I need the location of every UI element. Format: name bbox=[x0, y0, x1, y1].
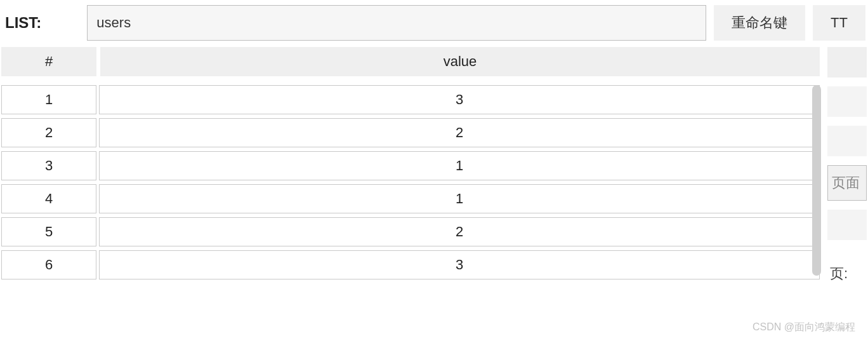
key-name-input[interactable] bbox=[87, 5, 706, 41]
table-header: # value bbox=[1, 47, 820, 76]
watermark-text: CSDN @面向鸿蒙编程 bbox=[753, 321, 855, 334]
table-row[interactable]: 1 3 bbox=[1, 85, 820, 114]
cell-index: 6 bbox=[1, 250, 96, 279]
page-button[interactable]: 页面 bbox=[827, 165, 867, 201]
side-block bbox=[827, 210, 867, 240]
table-row[interactable]: 4 1 bbox=[1, 184, 820, 213]
side-block bbox=[827, 126, 867, 156]
table-row[interactable]: 3 1 bbox=[1, 151, 820, 180]
cell-value[interactable]: 3 bbox=[99, 250, 820, 279]
cell-index: 1 bbox=[1, 85, 96, 114]
cell-value[interactable]: 2 bbox=[99, 217, 820, 246]
cell-index: 2 bbox=[1, 118, 96, 147]
scrollbar-thumb[interactable] bbox=[812, 85, 821, 276]
cell-index: 4 bbox=[1, 184, 96, 213]
side-block bbox=[827, 86, 867, 117]
tt-button[interactable]: TT bbox=[813, 5, 865, 41]
page-label: 页: bbox=[827, 264, 867, 283]
cell-value[interactable]: 3 bbox=[99, 85, 820, 114]
type-label: LIST: bbox=[5, 14, 79, 32]
column-header-index[interactable]: # bbox=[1, 47, 96, 76]
cell-index: 3 bbox=[1, 151, 96, 180]
table-area: # value 1 3 2 2 3 1 4 1 5 2 bbox=[0, 47, 868, 283]
cell-value[interactable]: 2 bbox=[99, 118, 820, 147]
scrollbar-track[interactable] bbox=[812, 85, 821, 276]
cell-value[interactable]: 1 bbox=[99, 184, 820, 213]
table-row[interactable]: 2 2 bbox=[1, 118, 820, 147]
cell-value[interactable]: 1 bbox=[99, 151, 820, 180]
side-panel: 页面 页: bbox=[820, 47, 867, 283]
side-header-cell bbox=[827, 47, 867, 77]
cell-index: 5 bbox=[1, 217, 96, 246]
column-header-value[interactable]: value bbox=[100, 47, 820, 76]
table-row[interactable]: 5 2 bbox=[1, 217, 820, 246]
header-row: LIST: 重命名键 TT bbox=[0, 0, 868, 47]
table-row[interactable]: 6 3 bbox=[1, 250, 820, 279]
list-table: # value 1 3 2 2 3 1 4 1 5 2 bbox=[1, 47, 820, 283]
rename-key-button[interactable]: 重命名键 bbox=[714, 5, 805, 41]
table-body: 1 3 2 2 3 1 4 1 5 2 6 3 bbox=[1, 85, 820, 279]
